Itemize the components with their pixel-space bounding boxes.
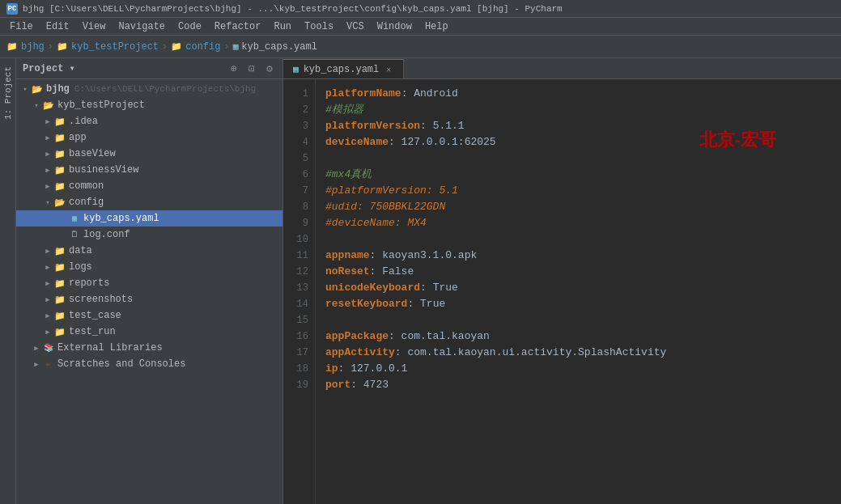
tree-item-idea[interactable]: ▶ 📁 .idea [16,113,282,129]
tree-item-extlibs[interactable]: ▶ 📚 External Libraries [16,340,282,356]
editor-area: ▦ kyb_caps.yaml ✕ 1 2 3 4 5 6 7 8 9 10 1… [283,58,841,504]
tree-item-testrun[interactable]: ▶ 📁 test_run [16,324,282,340]
tree-item-logs[interactable]: ▶ 📁 logs [16,259,282,275]
arrow-testcase: ▶ [42,310,53,321]
arrow-kyb: ▾ [31,100,42,111]
menu-item-run[interactable]: Run [267,19,298,34]
code-line-18: ip: 127.0.0.1 [325,361,831,377]
line-numbers: 1 2 3 4 5 6 7 8 9 10 11 12 13 14 15 16 1… [283,79,316,504]
project-panel: Project ▾ ⊕ ⊡ ⚙ ▾ 📂 bjhg C:\Users\DELL\P… [16,58,283,504]
nav-icon-yaml: ▦ [233,41,239,52]
arrow-baseview: ▶ [42,148,53,159]
menu-item-navigate[interactable]: Navigate [112,19,172,34]
folder-icon-idea: 📁 [53,116,66,127]
tab-label: kyb_caps.yaml [304,64,380,75]
tree-item-kyb_testproject[interactable]: ▾ 📂 kyb_testProject [16,97,282,113]
code-line-11: appname: kaoyan3.1.0.apk [325,248,831,264]
settings-icon[interactable]: ⚙ [263,62,276,75]
tree-item-kyb-caps-yaml[interactable]: ▶ ▦ kyb_caps.yaml [16,210,282,227]
nav-bar: 📁 bjhg › 📁 kyb_testProject › 📁 config › … [0,36,841,58]
nav-icon-project: 📁 [57,41,68,52]
folder-icon-data: 📁 [53,245,66,256]
yaml-icon: ▦ [68,213,81,224]
tree-item-common[interactable]: ▶ 📁 common [16,178,282,194]
file-tree: ▾ 📂 bjhg C:\Users\DELL\PycharmProjects\b… [16,79,282,504]
tab-kyb-caps-yaml[interactable]: ▦ kyb_caps.yaml ✕ [283,59,404,78]
project-header: Project ▾ ⊕ ⊡ ⚙ [16,58,282,79]
tree-item-config[interactable]: ▾ 📂 config [16,194,282,210]
tree-item-screenshots[interactable]: ▶ 📁 screenshots [16,291,282,307]
tree-label-testrun: test_run [69,326,116,337]
nav-item-config[interactable]: config [185,41,220,53]
tree-label-config: config [69,197,104,208]
menu-bar: FileEditViewNavigateCodeRefactorRunTools… [0,18,841,36]
tree-label-common: common [69,180,104,192]
menu-item-vcs[interactable]: VCS [340,19,371,34]
collapse-icon[interactable]: ⊡ [245,62,258,75]
folder-icon-testcase: 📁 [53,310,66,321]
tree-label-screenshots: screenshots [69,294,133,305]
code-line-3: platformVersion: 5.1.1 [325,118,831,134]
menu-item-help[interactable]: Help [418,19,455,34]
project-tab-label[interactable]: 1: Project [2,61,15,125]
menu-item-view[interactable]: View [76,19,113,34]
nav-item-project[interactable]: kyb_testProject [71,41,159,53]
tree-item-scratches[interactable]: ▶ ✏ Scratches and Consoles [16,356,282,372]
code-content[interactable]: platformName: Android #模拟器 platformVersi… [316,79,841,504]
tree-label-testcase: test_case [69,310,121,321]
folder-icon-logs: 📁 [53,261,66,273]
menu-item-tools[interactable]: Tools [298,19,340,34]
tree-item-reports[interactable]: ▶ 📁 reports [16,275,282,291]
nav-item-yaml[interactable]: kyb_caps.yaml [241,41,317,53]
tree-item-app[interactable]: ▶ 📁 app [16,129,282,146]
menu-item-refactor[interactable]: Refactor [208,19,268,34]
scratch-icon: ✏ [42,358,55,370]
folder-icon-bjhg: 📂 [31,83,44,95]
tree-label-baseview: baseView [69,148,116,159]
code-line-2: #模拟器 [325,102,831,118]
tree-item-baseview[interactable]: ▶ 📁 baseView [16,146,282,162]
tree-item-data[interactable]: ▶ 📁 data [16,243,282,259]
tree-item-log-conf[interactable]: ▶ 🗒 log.conf [16,227,282,243]
code-line-17: appActivity: com.tal.kaoyan.ui.activity.… [325,345,831,361]
code-line-14: resetKeyboard: True [325,296,831,312]
tree-label-businessview: businessView [69,164,138,176]
side-panel-tab[interactable]: 1: Project [0,58,16,504]
tree-label-bjhg: bjhg [46,83,70,95]
tree-item-businessview[interactable]: ▶ 📁 businessView [16,162,282,178]
tree-label-app: app [69,132,87,143]
tree-label-kyb-caps: kyb_caps.yaml [83,213,159,224]
nav-sep-3: › [223,41,229,53]
locate-icon[interactable]: ⊕ [227,62,240,75]
folder-icon-businessview: 📁 [53,164,66,176]
arrow-data: ▶ [42,245,53,256]
tree-label-scratches: Scratches and Consoles [57,358,185,370]
arrow-idea: ▶ [42,116,53,127]
code-line-15 [325,312,831,328]
tree-label-logs: logs [69,261,92,273]
menu-item-window[interactable]: Window [371,19,418,34]
tree-label-reports: reports [69,277,109,289]
title-bar: PC bjhg [C:\Users\DELL\PycharmProjects\b… [0,0,841,18]
code-editor[interactable]: 1 2 3 4 5 6 7 8 9 10 11 12 13 14 15 16 1… [283,79,841,504]
arrow-common: ▶ [42,180,53,192]
code-line-7: #platformVersion: 5.1 [325,183,831,199]
folder-icon-testrun: 📁 [53,326,66,337]
conf-icon: 🗒 [68,229,81,240]
lib-icon: 📚 [42,342,55,354]
code-line-9: #deviceName: MX4 [325,215,831,231]
code-line-19: port: 4723 [325,377,831,393]
arrow-config: ▾ [42,197,53,208]
tree-label-kyb: kyb_testProject [57,100,145,111]
code-line-12: noReset: False [325,264,831,280]
nav-item-bjhg[interactable]: bjhg [21,41,45,53]
menu-item-code[interactable]: Code [172,19,208,34]
tree-item-testcase[interactable]: ▶ 📁 test_case [16,307,282,324]
title-text: bjhg [C:\Users\DELL\PycharmProjects\bjhg… [23,4,563,14]
tab-close-button[interactable]: ✕ [384,65,393,74]
folder-icon-screenshots: 📁 [53,294,66,305]
menu-item-file[interactable]: File [3,19,40,34]
tree-item-bjhg[interactable]: ▾ 📂 bjhg C:\Users\DELL\PycharmProjects\b… [16,81,282,97]
menu-item-edit[interactable]: Edit [40,19,76,34]
code-line-6: #mx4真机 [325,167,831,183]
